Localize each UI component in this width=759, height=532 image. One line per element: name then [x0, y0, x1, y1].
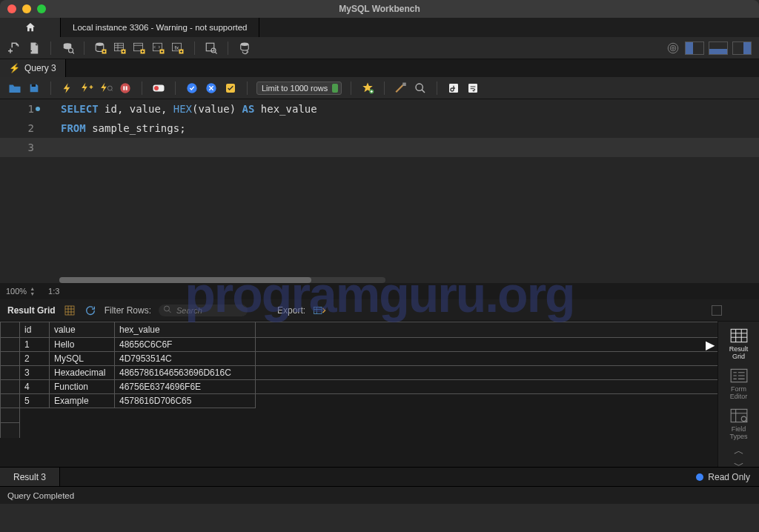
- svg-text:fx: fx: [175, 44, 179, 50]
- result-grid[interactable]: id value hex_value 1Hello48656C6C6F2MySQ…: [0, 322, 717, 438]
- save-file-icon[interactable]: [27, 81, 42, 96]
- search-table-icon[interactable]: [204, 41, 219, 56]
- svg-point-1: [69, 48, 73, 53]
- chevron-down-icon[interactable]: ﹀: [734, 459, 744, 473]
- cell-value[interactable]: Example: [50, 394, 115, 408]
- editor-line: 1 SELECT id, value, HEX(value) AS hex_va…: [0, 99, 759, 119]
- cell-value[interactable]: Hello: [50, 338, 115, 352]
- zoom-control[interactable]: 100% ▲▼: [6, 286, 35, 296]
- sql-editor[interactable]: 1 SELECT id, value, HEX(value) AS hex_va…: [0, 99, 759, 283]
- query-tab[interactable]: ⚡ Query 3: [0, 59, 66, 77]
- row-header[interactable]: [1, 380, 20, 394]
- horizontal-scrollbar[interactable]: [59, 277, 385, 283]
- cell-id[interactable]: 4: [20, 380, 50, 394]
- table-row[interactable]: 2MySQL4D7953514C: [1, 352, 718, 366]
- row-header[interactable]: [1, 338, 20, 352]
- reconnect-icon[interactable]: [237, 41, 252, 56]
- field-types-icon: [729, 408, 749, 424]
- svg-point-17: [670, 45, 676, 51]
- row-limit-select[interactable]: Limit to 1000 rows: [256, 82, 342, 95]
- table-add-icon[interactable]: [113, 41, 127, 56]
- svg-point-30: [416, 84, 422, 90]
- open-sql-script-icon[interactable]: [27, 41, 42, 56]
- search-icon: [163, 305, 172, 316]
- table-row[interactable]: 5Example4578616D706C65: [1, 394, 718, 408]
- rollback-icon[interactable]: [204, 81, 219, 96]
- chevron-up-icon[interactable]: ︿: [734, 445, 744, 458]
- cell-id[interactable]: 2: [20, 352, 50, 366]
- row-header: [1, 408, 20, 423]
- grid-icon: [729, 327, 749, 344]
- zoom-stepper-icon[interactable]: ▲▼: [30, 286, 35, 296]
- svg-point-2: [96, 42, 104, 46]
- cell-hex-value[interactable]: 4D7953514C: [115, 352, 256, 366]
- svg-rect-22: [126, 86, 127, 90]
- cell-id[interactable]: 3: [20, 366, 50, 380]
- function-add-icon[interactable]: fx: [170, 41, 185, 56]
- result-grid-panel-button[interactable]: Result Grid: [720, 325, 758, 363]
- table-row[interactable]: 1Hello48656C6C6F: [1, 338, 718, 352]
- cell-hex-value[interactable]: 48656C6C6F: [115, 338, 256, 352]
- grid-view-icon[interactable]: [63, 304, 76, 317]
- close-window-button[interactable]: [7, 4, 16, 13]
- minimize-window-button[interactable]: [22, 4, 31, 13]
- explain-icon[interactable]: [99, 81, 113, 96]
- connection-tab[interactable]: Local instance 3306 - Warning - not supp…: [61, 18, 259, 37]
- db-add-icon[interactable]: [93, 41, 108, 56]
- row-header[interactable]: [1, 394, 20, 408]
- result-area: ▶ id value hex_value 1Hello48656C6C6F2My…: [0, 322, 759, 467]
- cell-hex-value[interactable]: 48657861646563696D616C: [115, 366, 256, 380]
- panel-collapse-icon[interactable]: [712, 305, 722, 316]
- autocommit-icon[interactable]: [223, 81, 238, 96]
- stop-icon[interactable]: [118, 81, 133, 96]
- cell-hex-value[interactable]: 4578616D706C65: [115, 394, 256, 408]
- field-types-panel-button[interactable]: Field Types: [720, 405, 758, 443]
- cell-id[interactable]: 5: [20, 394, 50, 408]
- execute-icon[interactable]: [60, 81, 75, 96]
- wrap-icon[interactable]: [465, 81, 480, 96]
- svg-rect-13: [206, 43, 214, 51]
- home-tab[interactable]: [0, 18, 61, 37]
- procedure-add-icon[interactable]: [151, 41, 166, 56]
- column-header[interactable]: hex_value: [115, 322, 256, 338]
- column-header[interactable]: value: [50, 322, 115, 338]
- form-icon: [729, 368, 749, 384]
- layout-right-panel-button[interactable]: [732, 41, 752, 55]
- form-editor-panel-button[interactable]: Form Editor: [720, 365, 758, 403]
- layout-bottom-panel-button[interactable]: [709, 41, 728, 55]
- table-row[interactable]: 3Hexadecimal48657861646563696D616C: [1, 366, 718, 380]
- row-header[interactable]: [1, 366, 20, 380]
- panel-arrow-icon[interactable]: ▶: [706, 338, 715, 352]
- invisible-chars-icon[interactable]: [446, 81, 461, 96]
- column-header[interactable]: id: [20, 322, 50, 338]
- view-add-icon[interactable]: [132, 41, 147, 56]
- svg-rect-29: [403, 82, 407, 86]
- favorite-icon[interactable]: [360, 81, 375, 96]
- table-row[interactable]: 4Function46756E6374696F6E: [1, 380, 718, 394]
- find-icon[interactable]: [413, 81, 428, 96]
- new-sql-tab-icon[interactable]: [7, 41, 22, 56]
- inspector-icon[interactable]: [60, 41, 75, 56]
- cell-value[interactable]: Hexadecimal: [50, 366, 115, 380]
- cell-value[interactable]: Function: [50, 380, 115, 394]
- export-icon[interactable]: [313, 304, 326, 317]
- layout-left-panel-button[interactable]: [685, 41, 704, 55]
- commit-icon[interactable]: [185, 81, 199, 96]
- result-tab[interactable]: Result 3: [0, 468, 60, 486]
- cell-id[interactable]: 1: [20, 338, 50, 352]
- side-panel-label: Form Editor: [730, 385, 748, 400]
- settings-icon[interactable]: [666, 41, 680, 56]
- cell-value[interactable]: MySQL: [50, 352, 115, 366]
- fullscreen-window-button[interactable]: [37, 4, 46, 13]
- window-controls: [7, 4, 46, 13]
- row-header[interactable]: [1, 352, 20, 366]
- open-file-icon[interactable]: [7, 81, 22, 96]
- filter-rows-input[interactable]: [159, 305, 248, 316]
- cell-spacer: [256, 380, 718, 394]
- cell-hex-value[interactable]: 46756E6374696F6E: [115, 380, 256, 394]
- beautify-icon[interactable]: [394, 81, 408, 96]
- zoom-value: 100%: [6, 287, 27, 296]
- execute-current-icon[interactable]: [79, 81, 94, 96]
- refresh-icon[interactable]: [84, 304, 97, 317]
- toggle-icon[interactable]: [151, 81, 166, 96]
